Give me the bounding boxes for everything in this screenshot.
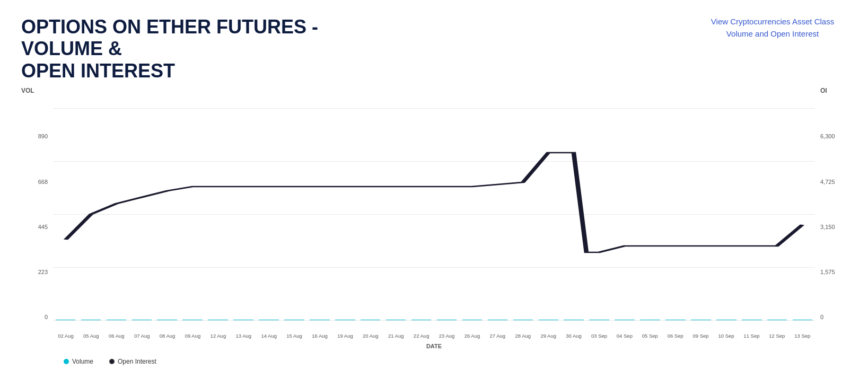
- bar-group: [765, 320, 790, 320]
- y-left-890: 890: [38, 133, 50, 139]
- bar-group: [511, 320, 536, 320]
- bar-group: [790, 320, 815, 320]
- bar: [81, 320, 101, 320]
- bar: [132, 320, 152, 320]
- legend-oi-dot: [109, 359, 115, 364]
- bar: [665, 320, 686, 320]
- x-axis-label: 29 Aug: [536, 333, 561, 339]
- x-axis-label: 19 Aug: [332, 333, 358, 339]
- legend: Volume Open Interest: [64, 358, 156, 365]
- x-axis-label: 09 Sep: [688, 333, 714, 339]
- x-axis-label: 20 Aug: [358, 333, 383, 339]
- bar: [386, 320, 406, 320]
- bar: [107, 320, 127, 320]
- bar: [488, 320, 508, 320]
- bar-group: [688, 320, 713, 320]
- bar: [233, 320, 253, 320]
- legend-oi: Open Interest: [109, 358, 156, 365]
- x-axis-label: 05 Sep: [637, 333, 663, 339]
- bar: [640, 320, 660, 320]
- bar-group: [562, 320, 586, 320]
- x-axis-label: 26 Aug: [460, 333, 485, 339]
- bar-group: [663, 320, 688, 320]
- bar: [793, 320, 813, 320]
- x-axis-label: 14 Aug: [256, 333, 282, 339]
- bar: [716, 320, 737, 320]
- bar-group: [409, 320, 434, 320]
- bar-group: [485, 320, 510, 320]
- x-axis-label: 02 Aug: [53, 333, 78, 339]
- x-axis-label: 07 Aug: [129, 333, 155, 339]
- bar-group: [612, 320, 637, 320]
- bar: [589, 320, 609, 320]
- bar: [284, 320, 304, 320]
- bar-group: [714, 320, 739, 320]
- bar: [411, 320, 432, 320]
- bar-group: [257, 320, 282, 320]
- header: OPTIONS ON ETHER FUTURES - VOLUME & OPEN…: [21, 16, 847, 82]
- bar-group: [78, 320, 103, 320]
- y-left-223: 223: [38, 269, 50, 275]
- x-axis-label: 10 Sep: [714, 333, 739, 339]
- legend-volume-label: Volume: [72, 358, 93, 365]
- x-axis-label: 12 Aug: [205, 333, 231, 339]
- bar: [513, 320, 533, 320]
- legend-volume: Volume: [64, 358, 93, 365]
- x-axis-label: 08 Aug: [155, 333, 180, 339]
- bar-group: [434, 320, 459, 320]
- x-axis-label: 03 Sep: [586, 333, 612, 339]
- bar-group: [587, 320, 612, 320]
- bar: [208, 320, 228, 320]
- x-axis-label: 15 Aug: [282, 333, 307, 339]
- y-left-445: 445: [38, 224, 50, 230]
- x-axis-label: 11 Sep: [739, 333, 764, 339]
- bar-group: [155, 320, 180, 320]
- bar-group: [739, 320, 764, 320]
- y-axis-left: VOL 890 668 445 223 0: [21, 92, 50, 320]
- y-right-3150: 3,150: [818, 224, 835, 230]
- bar: [259, 320, 279, 320]
- link-area[interactable]: View Cryptocurrencies Asset Class Volume…: [698, 16, 847, 40]
- chart-inner: [53, 108, 815, 320]
- asset-class-link[interactable]: View Cryptocurrencies Asset Class Volume…: [711, 17, 834, 38]
- bar: [767, 320, 787, 320]
- bar: [462, 320, 483, 320]
- bar-group: [231, 320, 256, 320]
- bar: [182, 320, 203, 320]
- bar-group: [129, 320, 154, 320]
- bar: [335, 320, 355, 320]
- y-left-668: 668: [38, 179, 50, 185]
- bar: [615, 320, 635, 320]
- x-axis-label: 28 Aug: [510, 333, 536, 339]
- page-title: OPTIONS ON ETHER FUTURES - VOLUME & OPEN…: [21, 16, 392, 82]
- bar: [564, 320, 584, 320]
- bar: [437, 320, 457, 320]
- bar-group: [460, 320, 485, 320]
- bar: [361, 320, 381, 320]
- bar-group: [358, 320, 383, 320]
- y-right-4725: 4,725: [818, 179, 835, 185]
- x-axis-label: 13 Aug: [231, 333, 256, 339]
- y-left-0: 0: [45, 314, 50, 320]
- bar-group: [638, 320, 663, 320]
- x-axis-label: 04 Sep: [612, 333, 637, 339]
- x-axis: 02 Aug05 Aug06 Aug07 Aug08 Aug09 Aug12 A…: [53, 333, 815, 339]
- y-axis-left-title: VOL: [21, 87, 37, 94]
- x-axis-label: 09 Aug: [180, 333, 206, 339]
- bar-group: [53, 320, 78, 320]
- x-axis-label: 21 Aug: [383, 333, 409, 339]
- bar: [691, 320, 711, 320]
- x-axis-label: 06 Aug: [104, 333, 129, 339]
- x-axis-label: 06 Sep: [663, 333, 688, 339]
- bar-group: [307, 320, 332, 320]
- bar: [539, 320, 559, 320]
- bar: [310, 320, 330, 320]
- x-axis-label: 16 Aug: [307, 333, 332, 339]
- x-axis-label: 27 Aug: [485, 333, 510, 339]
- bar-group: [536, 320, 561, 320]
- bar: [157, 320, 177, 320]
- y-axis-right: OI 6,300 4,725 3,150 1,575 0: [818, 92, 847, 320]
- y-axis-right-title: OI: [818, 87, 827, 94]
- bar-group: [180, 320, 205, 320]
- bar-group: [104, 320, 129, 320]
